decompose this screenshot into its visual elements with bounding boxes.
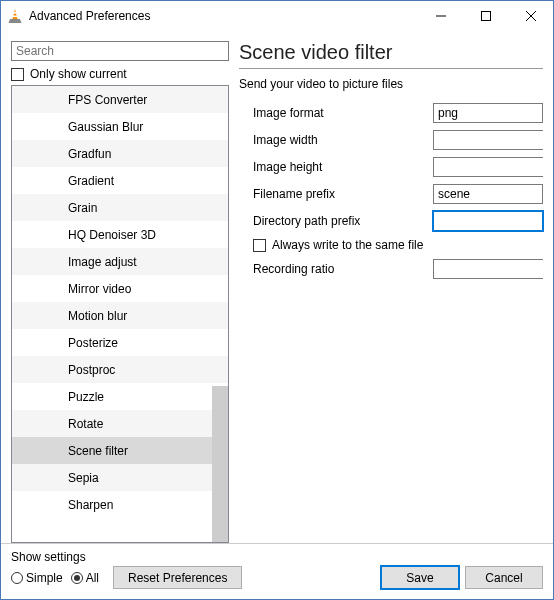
svg-rect-3 [481, 12, 490, 21]
tree-item-label: Postproc [68, 363, 115, 377]
maximize-button[interactable] [463, 2, 508, 31]
image-format-input[interactable] [433, 103, 543, 123]
always-write-checkbox[interactable]: Always write to the same file [239, 238, 543, 252]
image-width-input[interactable] [434, 131, 553, 149]
directory-prefix-label: Directory path prefix [253, 214, 433, 228]
tree-item-label: Posterize [68, 336, 118, 350]
tree-item[interactable]: Sepia [12, 464, 228, 491]
tree-item-label: HQ Denoiser 3D [68, 228, 156, 242]
tree-item-label: Mirror video [68, 282, 131, 296]
recording-ratio-stepper[interactable]: ▲▼ [433, 259, 543, 279]
tree-item[interactable]: Rotate [12, 410, 228, 437]
only-show-current-label: Only show current [30, 67, 127, 81]
sidebar: Only show current FPS ConverterGaussian … [11, 41, 229, 543]
image-height-stepper[interactable]: ▲▼ [433, 157, 543, 177]
titlebar: Advanced Preferences [1, 1, 553, 31]
only-show-current-checkbox[interactable]: Only show current [11, 67, 229, 81]
always-write-label: Always write to the same file [272, 238, 423, 252]
save-button[interactable]: Save [381, 566, 459, 589]
tree-item[interactable]: Gaussian Blur [12, 113, 228, 140]
radio-icon [11, 572, 23, 584]
tree-item-label: Gradfun [68, 147, 111, 161]
panel-title: Scene video filter [239, 41, 543, 64]
all-radio[interactable]: All [71, 571, 99, 585]
tree-item-label: Grain [68, 201, 97, 215]
tree-item-label: Gradient [68, 174, 114, 188]
vlc-icon [7, 8, 23, 24]
tree-item[interactable]: Scene filter [12, 437, 228, 464]
svg-rect-0 [13, 12, 16, 14]
reset-preferences-button[interactable]: Reset Preferences [113, 566, 242, 589]
tree-item[interactable]: FPS Converter [12, 86, 228, 113]
tree-item[interactable]: Image adjust [12, 248, 228, 275]
tree-item-label: Sharpen [68, 498, 113, 512]
tree-item[interactable]: Puzzle [12, 383, 228, 410]
panel-subtitle: Send your video to picture files [239, 77, 543, 91]
tree-item-label: FPS Converter [68, 93, 147, 107]
cancel-button[interactable]: Cancel [465, 566, 543, 589]
directory-prefix-input[interactable] [433, 211, 543, 231]
window-title: Advanced Preferences [29, 9, 418, 23]
image-width-label: Image width [253, 133, 433, 147]
tree-item[interactable]: Postproc [12, 356, 228, 383]
minimize-button[interactable] [418, 2, 463, 31]
tree-item[interactable]: Posterize [12, 329, 228, 356]
checkbox-icon [11, 68, 24, 81]
tree-item[interactable]: Mirror video [12, 275, 228, 302]
image-height-input[interactable] [434, 158, 553, 176]
image-format-label: Image format [253, 106, 433, 120]
scrollbar[interactable] [212, 386, 228, 542]
recording-ratio-input[interactable] [434, 260, 553, 278]
tree-item-label: Motion blur [68, 309, 127, 323]
search-input[interactable] [11, 41, 229, 61]
simple-radio[interactable]: Simple [11, 571, 63, 585]
image-height-label: Image height [253, 160, 433, 174]
settings-panel: Scene video filter Send your video to pi… [239, 41, 543, 543]
footer: Show settings Simple All Reset Preferenc… [1, 543, 553, 599]
tree-item-label: Rotate [68, 417, 103, 431]
tree-item[interactable]: Gradient [12, 167, 228, 194]
tree-item-label: Image adjust [68, 255, 137, 269]
filename-prefix-label: Filename prefix [253, 187, 433, 201]
image-width-stepper[interactable]: ▲▼ [433, 130, 543, 150]
tree-item[interactable]: HQ Denoiser 3D [12, 221, 228, 248]
tree-item[interactable]: Grain [12, 194, 228, 221]
tree-item-label: Puzzle [68, 390, 104, 404]
tree-item[interactable]: Motion blur [12, 302, 228, 329]
divider [239, 68, 543, 69]
checkbox-icon [253, 239, 266, 252]
tree-item-label: Gaussian Blur [68, 120, 143, 134]
tree-item[interactable]: Gradfun [12, 140, 228, 167]
recording-ratio-label: Recording ratio [253, 262, 433, 276]
filename-prefix-input[interactable] [433, 184, 543, 204]
tree-item-label: Scene filter [68, 444, 128, 458]
tree-item[interactable]: Sharpen [12, 491, 228, 518]
close-button[interactable] [508, 2, 553, 31]
radio-icon [71, 572, 83, 584]
tree-item-label: Sepia [68, 471, 99, 485]
show-settings-label: Show settings [11, 550, 242, 564]
svg-rect-1 [13, 16, 18, 18]
filter-tree: FPS ConverterGaussian BlurGradfunGradien… [11, 85, 229, 543]
